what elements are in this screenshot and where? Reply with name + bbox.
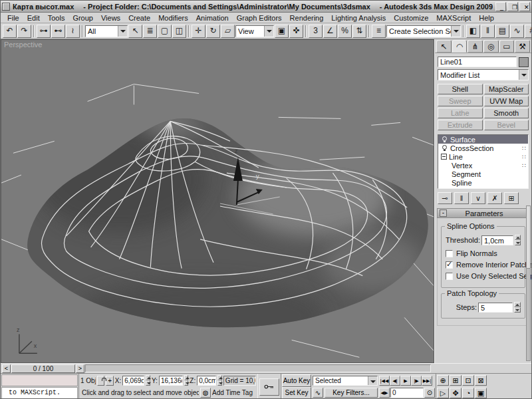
named-selection-set-dropdown[interactable]: Create Selection Set — [386, 25, 461, 37]
arc-rotate-icon[interactable]: ◔ — [462, 388, 474, 398]
make-unique-icon[interactable]: ∨ — [471, 192, 485, 204]
select-object-icon[interactable]: ↖ — [128, 25, 142, 38]
select-and-link-icon[interactable]: ⊶ — [37, 25, 51, 38]
modifier-list-dropdown[interactable]: Modifier List — [438, 69, 529, 80]
select-and-manipulate-icon[interactable]: ✜ — [289, 25, 303, 38]
tab-hierarchy-icon[interactable]: ⋔ — [467, 40, 483, 53]
use-pivot-point-center-icon[interactable]: ▣ — [275, 25, 289, 38]
go-to-start-icon[interactable]: |◀◀ — [379, 376, 390, 386]
y-spinner[interactable] — [184, 375, 189, 386]
play-icon[interactable]: ▶ — [400, 376, 411, 386]
threshold-spinner[interactable] — [515, 235, 521, 245]
tab-modify-icon[interactable]: ◠ — [452, 40, 467, 53]
object-color-swatch[interactable] — [519, 57, 529, 67]
key-mode-toggle-icon[interactable]: ◀▶ — [379, 388, 390, 398]
reference-coordinate-dropdown[interactable]: View — [235, 25, 274, 37]
layer-manager-icon[interactable]: ▤ — [495, 25, 509, 38]
key-filter-selection-dropdown[interactable]: Selected — [313, 376, 378, 386]
threshold-field[interactable]: 1,0cm — [481, 235, 513, 245]
perspective-viewport[interactable]: Perspective — [1, 39, 434, 363]
remove-interior-patches-checkbox[interactable]: Remove Interior Patches — [446, 261, 521, 269]
align-icon[interactable]: ‖ — [481, 25, 495, 38]
communication-center-icon[interactable]: ◍ — [200, 388, 211, 398]
stack-row-spline[interactable]: Spline ∷ — [438, 178, 528, 187]
menu-views[interactable]: Views — [97, 14, 124, 22]
smooth-button[interactable]: Smooth — [484, 108, 529, 118]
stack-row-surface[interactable]: Surface ∷ — [438, 135, 528, 144]
stack-row-crosssection[interactable]: CrossSection ∷ — [438, 144, 528, 152]
shell-button[interactable]: Shell — [438, 84, 483, 94]
menu-animation[interactable]: Animation — [192, 14, 233, 22]
window-crossing-icon[interactable]: ◫ — [172, 25, 186, 38]
menu-group[interactable]: Group — [68, 14, 97, 22]
menu-customize[interactable]: Customize — [390, 14, 432, 22]
zoom-extents-all-icon[interactable]: ⊠ — [475, 375, 487, 386]
time-slider-track[interactable] — [85, 364, 431, 372]
object-name-field[interactable]: Line01 — [438, 57, 517, 67]
use-only-selected-segs-checkbox[interactable]: Use Only Selected Segs. — [446, 272, 521, 280]
zoom-icon[interactable]: ⊕ — [437, 375, 449, 386]
redo-icon[interactable]: ↷ — [17, 25, 31, 38]
parameters-rollout-header[interactable]: - Parameters — [437, 208, 529, 218]
menu-rendering[interactable]: Rendering — [286, 14, 328, 22]
spinner-snap-icon[interactable]: ⇅ — [352, 25, 366, 38]
previous-frame-arrow[interactable]: < — [2, 364, 11, 373]
stack-row-segment[interactable]: Segment ∷ — [438, 170, 528, 178]
select-and-scale-icon[interactable]: ▱ — [221, 25, 235, 38]
menu-edit[interactable]: Edit — [23, 14, 44, 22]
tab-utilities-icon[interactable]: ⚒ — [515, 40, 530, 53]
tab-motion-icon[interactable]: ◎ — [483, 40, 499, 53]
mirror-icon[interactable]: ◧ — [466, 25, 480, 38]
minimize-button[interactable]: _ — [495, 2, 506, 11]
viewport-label[interactable]: Perspective — [4, 41, 42, 49]
menu-graph-editors[interactable]: Graph Editors — [233, 14, 286, 22]
percent-snap-icon[interactable]: % — [338, 25, 352, 38]
set-keys-button[interactable] — [259, 378, 279, 396]
select-and-move-icon[interactable]: ✛ — [192, 25, 205, 38]
stack-row-line[interactable]: Line ∷ — [438, 152, 528, 161]
add-time-tag[interactable]: Add Time Tag — [212, 389, 256, 396]
time-configuration-icon[interactable]: ⊙ — [424, 388, 435, 398]
stack-row-vertex[interactable]: Vertex ∷ — [438, 161, 528, 170]
menu-help[interactable]: Help — [475, 14, 498, 22]
extrude-button[interactable]: Extrude — [438, 120, 483, 130]
next-frame-arrow[interactable]: > — [76, 364, 84, 373]
maxscript-mini-listener[interactable]: to MAXScript. — [1, 374, 79, 399]
menu-maxscript[interactable]: MAXScript — [432, 14, 475, 22]
undo-icon[interactable]: ↶ — [3, 25, 17, 38]
show-end-result-icon[interactable]: ‖ — [454, 192, 469, 204]
key-filters-button[interactable]: Key Filters... — [325, 388, 378, 398]
x-spinner[interactable] — [146, 375, 150, 386]
maximize-button[interactable]: ❐ — [507, 2, 518, 11]
previous-frame-icon[interactable]: ◀| — [390, 376, 400, 386]
unlink-selection-icon[interactable]: ⊷ — [51, 25, 65, 38]
configure-modifier-sets-icon[interactable]: ⊞ — [504, 192, 519, 204]
pin-stack-icon[interactable]: ⊸ — [438, 192, 452, 204]
curve-editor-icon[interactable]: ∿ — [510, 25, 524, 38]
absolute-mode-icon[interactable]: + — [106, 376, 113, 386]
select-by-name-icon[interactable]: ≣ — [143, 25, 157, 38]
select-and-rotate-icon[interactable]: ↻ — [206, 25, 220, 38]
lock-selection-icon[interactable] — [97, 376, 104, 386]
schematic-view-icon[interactable]: # — [525, 25, 531, 38]
next-frame-icon[interactable]: |▶ — [411, 376, 422, 386]
menu-create[interactable]: Create — [124, 14, 154, 22]
pan-icon[interactable]: ✥ — [450, 388, 462, 398]
lathe-button[interactable]: Lathe — [438, 108, 483, 118]
set-key-button[interactable]: Set Key — [282, 387, 311, 399]
snaps-toggle-icon[interactable]: 3 — [309, 25, 323, 38]
flip-normals-checkbox[interactable]: Flip Normals — [446, 249, 521, 257]
x-coordinate-field[interactable]: 6,069cm — [122, 376, 144, 386]
steps-field[interactable]: 5 — [478, 303, 513, 313]
y-coordinate-field[interactable]: 16,136cm — [159, 376, 183, 386]
named-selection-sets-icon[interactable]: ≡ — [372, 25, 386, 38]
maxscript-listener-line[interactable]: to MAXScript. — [1, 387, 78, 399]
menu-tools[interactable]: Tools — [44, 14, 69, 22]
close-button[interactable]: ✕ — [519, 2, 530, 11]
remove-modifier-icon[interactable]: ✗ — [487, 192, 502, 204]
zoom-all-icon[interactable]: ⊞ — [450, 375, 462, 386]
current-frame-field[interactable]: 0 — [390, 388, 424, 398]
maxscript-macro-line[interactable] — [1, 374, 78, 386]
z-coordinate-field[interactable]: 0,0cm — [197, 376, 216, 386]
menu-modifiers[interactable]: Modifiers — [154, 14, 192, 22]
